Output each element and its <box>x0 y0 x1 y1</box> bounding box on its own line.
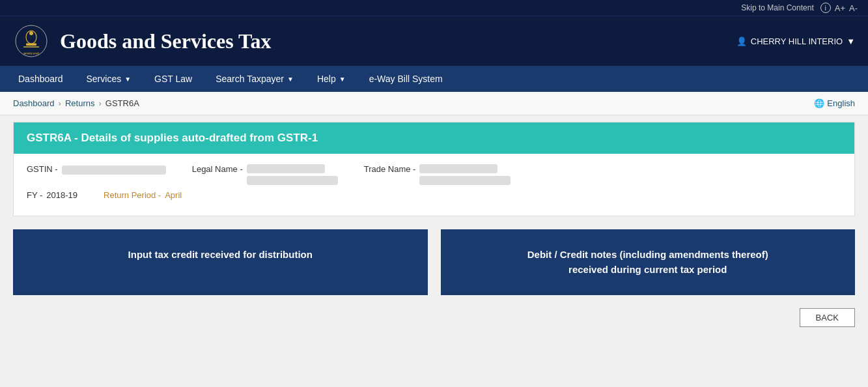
header-left: सत्यमेव जयते Goods and Services Tax <box>13 23 272 59</box>
back-button[interactable]: BACK <box>800 308 855 327</box>
font-decrease-button[interactable]: A- <box>849 3 858 13</box>
breadcrumb-sep-2: › <box>98 98 101 108</box>
breadcrumb: Dashboard › Returns › GSTR6A <box>13 98 139 108</box>
breadcrumb-current: GSTR6A <box>105 98 139 108</box>
legal-name-field: Legal Name - <box>192 164 338 185</box>
fy-field: FY - 2018-19 <box>27 190 77 200</box>
legal-name-blurred <box>247 164 325 173</box>
trade-name-value <box>419 164 511 185</box>
help-dropdown-icon: ▼ <box>339 76 346 83</box>
gstin-field: GSTIN - <box>27 164 166 185</box>
nav-item-dashboard[interactable]: Dashboard <box>7 66 75 92</box>
tiles-row: Input tax credit received for distributi… <box>13 229 855 295</box>
language-selector[interactable]: 🌐 English <box>814 98 855 108</box>
breadcrumb-dashboard[interactable]: Dashboard <box>13 98 55 108</box>
accessibility-controls: i A+ A- <box>820 3 858 13</box>
info-icon[interactable]: i <box>820 3 831 13</box>
legal-name-blurred2 <box>247 176 338 185</box>
navbar: Dashboard Services ▼ GST Law Search Taxp… <box>0 66 868 92</box>
fy-value: 2018-19 <box>46 190 77 200</box>
user-icon: 👤 <box>736 36 747 46</box>
main-content: GSTR6A - Details of supplies auto-drafte… <box>0 115 868 340</box>
header: सत्यमेव जयते Goods and Services Tax 👤 CH… <box>0 16 868 66</box>
header-user[interactable]: 👤 CHERRY HILL INTERIO ▼ <box>736 36 855 46</box>
nav-item-help[interactable]: Help ▼ <box>305 66 357 92</box>
nav-item-gst-law[interactable]: GST Law <box>143 66 204 92</box>
trade-name-blurred <box>419 164 497 173</box>
info-row-2: FY - 2018-19 Return Period - April <box>27 190 841 200</box>
legal-name-label: Legal Name - <box>192 164 243 174</box>
skip-link[interactable]: Skip to Main Content <box>741 3 813 12</box>
info-card-body: GSTIN - Legal Name - Trade Name - <box>14 154 854 216</box>
breadcrumb-sep-1: › <box>59 98 61 108</box>
search-taxpayer-dropdown-icon: ▼ <box>287 76 294 83</box>
return-period-value: April <box>165 190 182 200</box>
logo-emblem: सत्यमेव जयते <box>13 23 49 59</box>
gstin-value <box>62 164 166 175</box>
page-title: Goods and Services Tax <box>60 29 272 53</box>
tile-input-tax-credit[interactable]: Input tax credit received for distributi… <box>13 229 428 295</box>
trade-name-field: Trade Name - <box>364 164 511 185</box>
back-row: BACK <box>13 308 855 327</box>
gstin-blurred <box>62 165 166 175</box>
fy-label: FY - <box>27 190 42 200</box>
nav-item-services[interactable]: Services ▼ <box>75 66 143 92</box>
trade-name-label: Trade Name - <box>364 164 416 174</box>
return-period-label: Return Period - <box>104 190 161 200</box>
language-label: English <box>827 98 855 108</box>
trade-name-blurred2 <box>419 176 511 185</box>
top-bar: Skip to Main Content i A+ A- <box>0 0 868 16</box>
info-row-1: GSTIN - Legal Name - Trade Name - <box>27 164 841 185</box>
legal-name-value <box>247 164 338 185</box>
font-increase-button[interactable]: A+ <box>835 3 845 13</box>
nav-item-eway-bill[interactable]: e-Way Bill System <box>357 66 455 92</box>
return-period-field: Return Period - April <box>104 190 182 200</box>
breadcrumb-bar: Dashboard › Returns › GSTR6A 🌐 English <box>0 92 868 115</box>
info-card: GSTR6A - Details of supplies auto-drafte… <box>13 122 855 216</box>
tile-debit-credit-notes[interactable]: Debit / Credit notes (including amendmen… <box>441 229 856 295</box>
globe-icon: 🌐 <box>814 98 824 108</box>
svg-rect-4 <box>26 44 36 46</box>
user-dropdown-icon: ▼ <box>847 36 855 46</box>
svg-text:सत्यमेव जयते: सत्यमेव जयते <box>23 51 39 55</box>
user-label: CHERRY HILL INTERIO <box>751 36 843 46</box>
nav-item-search-taxpayer[interactable]: Search Taxpayer ▼ <box>204 66 305 92</box>
breadcrumb-returns[interactable]: Returns <box>65 98 95 108</box>
svg-point-2 <box>29 31 33 35</box>
services-dropdown-icon: ▼ <box>124 76 131 83</box>
gstin-label: GSTIN - <box>27 164 58 174</box>
info-card-header: GSTR6A - Details of supplies auto-drafte… <box>14 122 854 154</box>
